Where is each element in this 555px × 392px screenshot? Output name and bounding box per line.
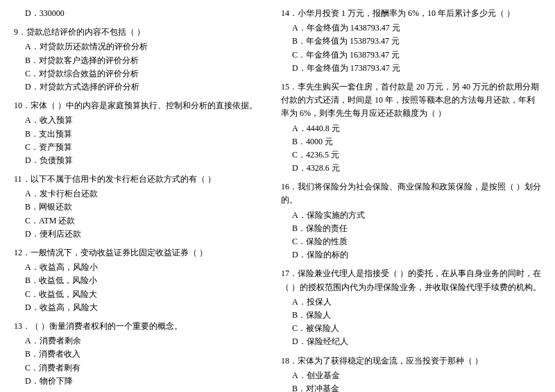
q10-option-b: B．支出预算	[25, 128, 274, 141]
question-16: 16．我们将保险分为社会保险、商业保险和政策保险，是按照（ ）划分的。 A．保险…	[281, 180, 541, 262]
q15-text: 15．李先生购买一套住房，首付款是 20 万元，另 40 万元的价款用分期付款的…	[281, 80, 541, 121]
q14-option-a: A．年金终值为 1438793.47 元	[292, 22, 541, 35]
q11-option-b: B．网银还款	[25, 201, 274, 214]
q17-option-c: C．被保险人	[292, 322, 541, 335]
q18-text: 18．宋体为了获得稳定的现金流，应当投资于那种（ ）	[281, 355, 541, 368]
q13-text: 13．（ ）衡量消费者权利的一个重要的概念。	[14, 320, 274, 333]
question-13: 13．（ ）衡量消费者权利的一个重要的概念。 A．消费者剩余 B．消费者收入 C…	[14, 320, 274, 388]
q15-option-a: A．4440.8 元	[292, 122, 541, 135]
q11-text: 11．以下不属于信用卡的发卡行柜台还款方式的有（ ）	[14, 173, 274, 186]
q17-text: 17．保险兼业代理人是指接受（ ）的委托，在从事自身业务的同时，在（ ）的授权范…	[281, 267, 541, 293]
left-column: D．330000 9．贷款总结评价的内容不包括（ ） A．对贷款历还款情况的评价…	[14, 7, 274, 392]
q14-text: 14．小华月投资 1 万元，报酬率为 6%，10 年后累计多少元（ ）	[281, 7, 541, 20]
question-11: 11．以下不属于信用卡的发卡行柜台还款方式的有（ ） A．发卡行柜台还款 B．网…	[14, 173, 274, 241]
question-17: 17．保险兼业代理人是指接受（ ）的委托，在从事自身业务的同时，在（ ）的授权范…	[281, 267, 541, 348]
q16-option-a: A．保险实施的方式	[292, 209, 541, 222]
q12-option-c: C．收益低，风险大	[25, 288, 274, 301]
right-column: 14．小华月投资 1 万元，报酬率为 6%，10 年后累计多少元（ ） A．年金…	[281, 7, 541, 392]
q9-option-b: B．对贷款客户选择的评价分析	[25, 54, 274, 67]
q17-option-a: A．投保人	[292, 296, 541, 309]
item-d330000: D．330000	[14, 7, 274, 20]
q10-option-d: D．负债预算	[25, 154, 274, 167]
question-10: 10．宋体（ ）中的内容是家庭预算执行、控制和分析的直接依据。 A．收入预算 B…	[14, 99, 274, 167]
page-container: D．330000 9．贷款总结评价的内容不包括（ ） A．对贷款历还款情况的评价…	[14, 7, 541, 392]
q12-text: 12．一般情况下，变动收益证券比固定收益证券（ ）	[14, 246, 274, 259]
q12-option-a: A．收益高，风险小	[25, 261, 274, 274]
q18-option-b: B．对冲基金	[292, 382, 541, 392]
q16-text: 16．我们将保险分为社会保险、商业保险和政策保险，是按照（ ）划分的。	[281, 180, 541, 207]
question-15: 15．李先生购买一套住房，首付款是 20 万元，另 40 万元的价款用分期付款的…	[281, 80, 541, 175]
q9-option-a: A．对贷款历还款情况的评价分析	[25, 40, 274, 53]
q12-option-d: D．收益高，风险大	[25, 301, 274, 314]
q9-option-d: D．对贷款方式选择的评价分析	[25, 80, 274, 94]
q11-option-c: C．ATM 还款	[25, 214, 274, 228]
d-330000-text: D．330000	[25, 7, 274, 20]
q13-option-b: B．消费者收入	[25, 348, 274, 361]
q9-text: 9．贷款总结评价的内容不包括（ ）	[14, 26, 274, 39]
q14-option-d: D．年金终值为 1738793.47 元	[292, 62, 541, 75]
q11-option-a: A．发卡行柜台还款	[25, 187, 274, 201]
question-18: 18．宋体为了获得稳定的现金流，应当投资于那种（ ） A．创业基金 B．对冲基金	[281, 355, 541, 393]
q16-option-c: C．保险的性质	[292, 235, 541, 248]
q10-option-c: C．资产预算	[25, 141, 274, 154]
q10-option-a: A．收入预算	[25, 114, 274, 127]
q14-option-c: C．年金终值为 1638793.47 元	[292, 49, 541, 62]
q11-option-d: D．便利店还款	[25, 228, 274, 241]
q18-option-a: A．创业基金	[292, 369, 541, 382]
question-14: 14．小华月投资 1 万元，报酬率为 6%，10 年后累计多少元（ ） A．年金…	[281, 7, 541, 75]
q15-option-b: B．4000 元	[292, 135, 541, 148]
q13-option-a: A．消费者剩余	[25, 334, 274, 348]
q10-text: 10．宋体（ ）中的内容是家庭预算执行、控制和分析的直接依据。	[14, 99, 274, 112]
q15-option-c: C．4236.5 元	[292, 148, 541, 162]
question-12: 12．一般情况下，变动收益证券比固定收益证券（ ） A．收益高，风险小 B．收益…	[14, 246, 274, 314]
q17-option-b: B．保险人	[292, 309, 541, 322]
q16-option-d: D．保险的标的	[292, 248, 541, 262]
q13-option-c: C．消费者剩有	[25, 361, 274, 375]
q12-option-b: B．收益低，风险小	[25, 274, 274, 287]
q9-option-c: C．对贷款综合效益的评价分析	[25, 67, 274, 80]
q13-option-d: D．物价下降	[25, 375, 274, 388]
question-9: 9．贷款总结评价的内容不包括（ ） A．对贷款历还款情况的评价分析 B．对贷款客…	[14, 26, 274, 94]
q17-option-d: D．保险经纪人	[292, 335, 541, 348]
q15-option-d: D．4328.6 元	[292, 162, 541, 175]
q14-option-b: B．年金终值为 1538793.47 元	[292, 35, 541, 48]
q16-option-b: B．保险的责任	[292, 222, 541, 235]
